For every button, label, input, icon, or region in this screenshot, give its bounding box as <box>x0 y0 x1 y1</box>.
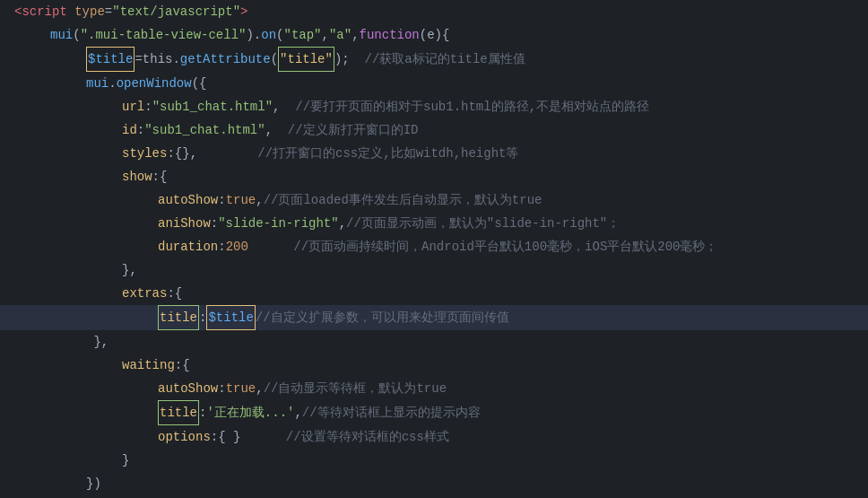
code-line-21: }) <box>0 472 868 495</box>
code-line-4: mui . openWindow ({ <box>0 72 868 95</box>
code-line-5: url : "sub1_chat.html" , //要打开页面的相对于sub1… <box>0 95 868 118</box>
code-line-3: $title =this. getAttribute ( "title" ); … <box>0 47 868 72</box>
code-line-20: } <box>0 449 868 472</box>
code-line-6: id : "sub1_chat.html" , //定义新打开窗口的ID <box>0 118 868 142</box>
code-line-2: mui ( ".mui-table-view-cell" ). on ( "ta… <box>0 23 868 47</box>
code-line-13: extras :{ <box>0 282 868 305</box>
code-line-12: }, <box>0 258 868 282</box>
code-line-1: <script type = "text/javascript" > <box>0 0 868 23</box>
code-line-9: autoShow : true , //页面loaded事件发生后自动显示，默认… <box>0 188 868 212</box>
code-line-16: waiting :{ <box>0 354 868 377</box>
code-line-11: duration : 200 //页面动画持续时间，Android平台默认100… <box>0 235 868 258</box>
code-line-8: show :{ <box>0 165 868 188</box>
code-line-18: title : '正在加载...' , //等待对话框上显示的提示内容 <box>0 400 868 425</box>
code-line-19: options :{ } //设置等待对话框的css样式 <box>0 425 868 449</box>
code-line-15: }, <box>0 330 868 354</box>
code-line-10: aniShow : "slide-in-right" , //页面显示动画，默认… <box>0 212 868 235</box>
code-line-17: autoShow : true , //自动显示等待框，默认为true <box>0 377 868 400</box>
code-editor: <script type = "text/javascript" > mui (… <box>0 0 868 498</box>
code-line-7: styles :{}, //打开窗口的css定义,比如witdh,height等 <box>0 142 868 165</box>
code-line-14: title : $title //自定义扩展参数，可以用来处理页面间传值 <box>0 305 868 330</box>
